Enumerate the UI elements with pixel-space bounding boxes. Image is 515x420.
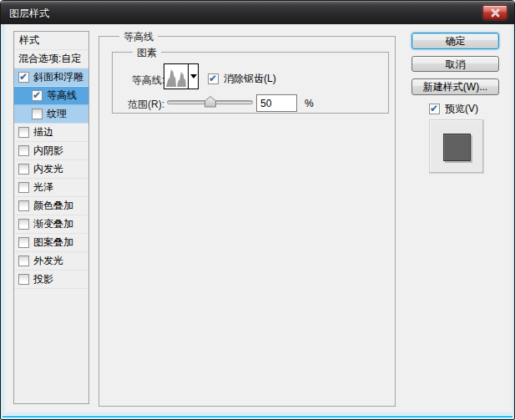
- style-item-label: 等高线: [47, 87, 77, 104]
- contour-group-title: 等高线: [119, 30, 158, 44]
- layer-style-dialog: 图层样式 样式 混合选项:自定斜面和浮雕等高线纹理描边内阴影内发光光泽颜色叠加渐…: [0, 0, 515, 420]
- style-preview-tile: [429, 119, 484, 174]
- style-list-item-8[interactable]: 颜色叠加: [14, 197, 88, 215]
- new-style-button[interactable]: 新建样式(W)...: [411, 78, 499, 95]
- contour-preview-icon: [164, 64, 188, 89]
- style-preview-swatch: [443, 134, 471, 161]
- style-item-label: 内发光: [33, 160, 63, 178]
- style-item-checkbox[interactable]: [18, 127, 29, 138]
- style-item-checkbox[interactable]: [18, 164, 29, 175]
- antialias-field: 消除锯齿(L): [208, 72, 276, 86]
- style-list-item-1[interactable]: 斜面和浮雕: [14, 68, 88, 87]
- style-item-label: 投影: [33, 271, 53, 288]
- styles-list-items: 混合选项:自定斜面和浮雕等高线纹理描边内阴影内发光光泽颜色叠加渐变叠加图案叠加外…: [14, 50, 88, 289]
- dialog-body: 样式 混合选项:自定斜面和浮雕等高线纹理描边内阴影内发光光泽颜色叠加渐变叠加图案…: [5, 24, 512, 412]
- style-item-label: 斜面和浮雕: [33, 68, 83, 86]
- styles-list-header: 样式: [14, 32, 88, 50]
- range-unit-label: %: [305, 98, 314, 109]
- antialias-checkbox[interactable]: [208, 73, 219, 84]
- style-item-checkbox[interactable]: [18, 200, 29, 211]
- styles-list: 样式 混合选项:自定斜面和浮雕等高线纹理描边内阴影内发光光泽颜色叠加渐变叠加图案…: [13, 31, 89, 404]
- style-list-item-0[interactable]: 混合选项:自定: [14, 50, 88, 68]
- elements-group-title: 图素: [133, 46, 161, 60]
- preview-checkbox[interactable]: [429, 104, 440, 114]
- window-title: 图层样式: [9, 7, 49, 21]
- style-item-checkbox[interactable]: [18, 274, 29, 285]
- close-button[interactable]: [482, 5, 507, 20]
- contour-picker[interactable]: [164, 63, 199, 89]
- style-list-item-12[interactable]: 投影: [14, 271, 88, 289]
- style-item-label: 光泽: [33, 179, 53, 196]
- style-item-label: 外发光: [33, 252, 63, 270]
- style-item-checkbox[interactable]: [32, 90, 43, 101]
- style-list-item-7[interactable]: 光泽: [14, 179, 88, 197]
- style-item-checkbox[interactable]: [18, 182, 29, 193]
- preview-label: 预览(V): [445, 102, 478, 116]
- cancel-button[interactable]: 取消: [411, 56, 499, 72]
- style-item-label: 颜色叠加: [33, 197, 73, 215]
- contour-dropdown-button[interactable]: [188, 64, 198, 89]
- styles-list-header-label: 样式: [19, 32, 39, 49]
- style-item-label: 渐变叠加: [33, 215, 73, 233]
- style-list-item-4[interactable]: 描边: [14, 124, 88, 142]
- style-item-label: 纹理: [47, 105, 67, 123]
- style-item-checkbox[interactable]: [18, 256, 29, 266]
- ok-button[interactable]: 确定: [411, 33, 499, 49]
- range-input[interactable]: [256, 94, 297, 112]
- style-list-item-10[interactable]: 图案叠加: [14, 234, 88, 252]
- style-list-item-3[interactable]: 纹理: [14, 105, 88, 124]
- style-list-item-2[interactable]: 等高线: [14, 87, 88, 105]
- range-slider-thumb[interactable]: [204, 96, 216, 108]
- chevron-down-icon: [190, 74, 197, 78]
- style-item-label: 描边: [33, 124, 53, 141]
- preview-field: 预览(V): [429, 102, 478, 116]
- style-item-checkbox[interactable]: [18, 72, 29, 83]
- style-item-checkbox[interactable]: [18, 145, 29, 156]
- antialias-label: 消除锯齿(L): [224, 72, 276, 86]
- contour-groupbox: 等高线 图素 等高线:: [98, 36, 396, 407]
- style-item-checkbox[interactable]: [18, 219, 29, 230]
- style-item-checkbox[interactable]: [18, 237, 29, 248]
- range-field-label: 范围(R):: [121, 98, 164, 112]
- style-list-item-6[interactable]: 内发光: [14, 160, 88, 179]
- titlebar: 图层样式: [1, 1, 514, 24]
- contour-field-label: 等高线:: [121, 73, 164, 88]
- style-item-label: 图案叠加: [33, 234, 73, 251]
- style-item-checkbox[interactable]: [32, 109, 43, 119]
- style-item-label: 内阴影: [33, 142, 63, 159]
- style-list-item-5[interactable]: 内阴影: [14, 142, 88, 160]
- style-item-label: 混合选项:自定: [18, 50, 81, 68]
- style-list-item-9[interactable]: 渐变叠加: [14, 215, 88, 234]
- elements-groupbox: 图素 等高线:: [112, 52, 389, 114]
- style-list-item-11[interactable]: 外发光: [14, 252, 88, 271]
